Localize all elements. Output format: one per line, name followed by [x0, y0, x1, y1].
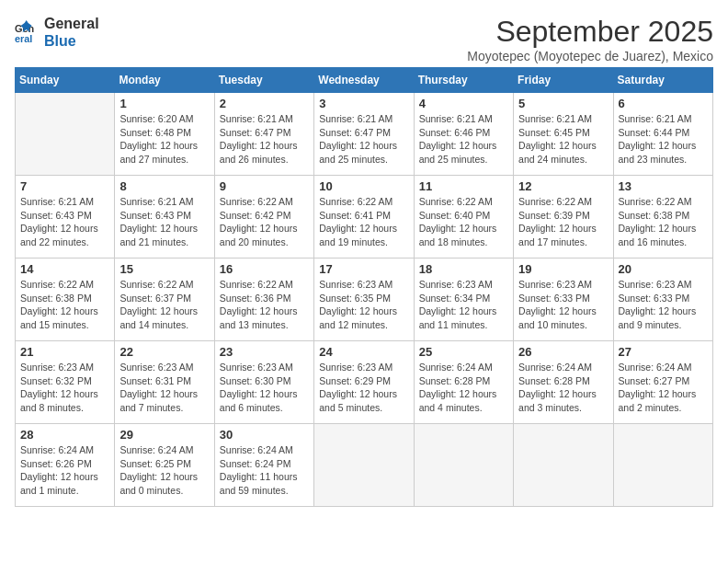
day-cell: 26Sunrise: 6:24 AM Sunset: 6:28 PM Dayli… [514, 341, 613, 424]
day-number: 18 [419, 262, 508, 276]
day-cell [514, 424, 613, 507]
day-cell: 24Sunrise: 6:23 AM Sunset: 6:29 PM Dayli… [314, 341, 414, 424]
title-area: September 2025 Moyotepec (Moyotepec de J… [467, 15, 713, 63]
calendar-table: SundayMondayTuesdayWednesdayThursdayFrid… [15, 67, 713, 507]
day-number: 13 [619, 179, 708, 193]
day-info: Sunrise: 6:22 AM Sunset: 6:40 PM Dayligh… [419, 195, 508, 249]
day-cell [16, 93, 115, 176]
day-info: Sunrise: 6:20 AM Sunset: 6:48 PM Dayligh… [119, 112, 209, 167]
day-number: 27 [619, 345, 708, 359]
day-number: 16 [220, 262, 309, 276]
day-info: Sunrise: 6:21 AM Sunset: 6:43 PM Dayligh… [20, 195, 109, 249]
weekday-saturday: Saturday [613, 68, 712, 93]
day-cell: 17Sunrise: 6:23 AM Sunset: 6:35 PM Dayli… [314, 259, 414, 341]
day-info: Sunrise: 6:21 AM Sunset: 6:47 PM Dayligh… [319, 112, 408, 167]
day-info: Sunrise: 6:22 AM Sunset: 6:41 PM Dayligh… [319, 195, 408, 249]
day-info: Sunrise: 6:23 AM Sunset: 6:30 PM Dayligh… [220, 361, 309, 415]
day-cell: 27Sunrise: 6:24 AM Sunset: 6:27 PM Dayli… [613, 341, 712, 424]
day-info: Sunrise: 6:24 AM Sunset: 6:26 PM Dayligh… [20, 443, 109, 498]
day-cell: 13Sunrise: 6:22 AM Sunset: 6:38 PM Dayli… [613, 176, 712, 259]
day-info: Sunrise: 6:21 AM Sunset: 6:47 PM Dayligh… [220, 112, 309, 167]
week-row-4: 21Sunrise: 6:23 AM Sunset: 6:32 PM Dayli… [16, 341, 713, 424]
day-number: 22 [119, 345, 209, 359]
day-cell: 12Sunrise: 6:22 AM Sunset: 6:39 PM Dayli… [514, 176, 613, 259]
day-number: 7 [20, 179, 109, 193]
day-info: Sunrise: 6:24 AM Sunset: 6:28 PM Dayligh… [419, 361, 508, 415]
day-cell [314, 424, 414, 507]
weekday-friday: Friday [514, 68, 613, 93]
day-number: 30 [220, 428, 309, 442]
day-number: 20 [619, 262, 708, 276]
day-cell: 29Sunrise: 6:24 AM Sunset: 6:25 PM Dayli… [115, 424, 214, 507]
weekday-header-row: SundayMondayTuesdayWednesdayThursdayFrid… [16, 68, 713, 93]
day-number: 1 [119, 97, 209, 110]
day-cell: 9Sunrise: 6:22 AM Sunset: 6:42 PM Daylig… [214, 176, 313, 259]
location-subtitle: Moyotepec (Moyotepec de Juarez), Mexico [467, 49, 713, 63]
day-info: Sunrise: 6:22 AM Sunset: 6:38 PM Dayligh… [20, 278, 109, 332]
day-number: 28 [20, 428, 109, 442]
logo: Gen eral General Blue [15, 15, 99, 50]
day-cell: 22Sunrise: 6:23 AM Sunset: 6:31 PM Dayli… [115, 341, 214, 424]
day-cell: 18Sunrise: 6:23 AM Sunset: 6:34 PM Dayli… [414, 259, 513, 341]
day-number: 17 [319, 262, 408, 276]
day-info: Sunrise: 6:21 AM Sunset: 6:43 PM Dayligh… [119, 195, 209, 249]
day-number: 23 [220, 345, 309, 359]
week-row-2: 7Sunrise: 6:21 AM Sunset: 6:43 PM Daylig… [16, 176, 713, 259]
weekday-thursday: Thursday [414, 68, 513, 93]
day-info: Sunrise: 6:23 AM Sunset: 6:35 PM Dayligh… [319, 278, 408, 332]
day-number: 25 [419, 345, 508, 359]
day-number: 10 [319, 179, 408, 193]
day-number: 8 [119, 179, 209, 193]
day-cell: 30Sunrise: 6:24 AM Sunset: 6:24 PM Dayli… [214, 424, 313, 507]
day-number: 9 [220, 179, 309, 193]
day-cell: 25Sunrise: 6:24 AM Sunset: 6:28 PM Dayli… [414, 341, 513, 424]
day-number: 6 [619, 97, 708, 110]
weekday-tuesday: Tuesday [214, 68, 313, 93]
day-cell: 28Sunrise: 6:24 AM Sunset: 6:26 PM Dayli… [16, 424, 115, 507]
weekday-sunday: Sunday [16, 68, 115, 93]
day-info: Sunrise: 6:21 AM Sunset: 6:46 PM Dayligh… [419, 112, 508, 167]
day-cell: 16Sunrise: 6:22 AM Sunset: 6:36 PM Dayli… [214, 259, 313, 341]
day-cell: 15Sunrise: 6:22 AM Sunset: 6:37 PM Dayli… [115, 259, 214, 341]
day-info: Sunrise: 6:23 AM Sunset: 6:33 PM Dayligh… [619, 278, 708, 332]
day-info: Sunrise: 6:22 AM Sunset: 6:36 PM Dayligh… [220, 278, 309, 332]
day-number: 29 [119, 428, 209, 442]
month-title: September 2025 [467, 15, 713, 49]
day-number: 3 [319, 97, 408, 110]
day-info: Sunrise: 6:23 AM Sunset: 6:33 PM Dayligh… [518, 278, 608, 332]
day-cell: 6Sunrise: 6:21 AM Sunset: 6:44 PM Daylig… [613, 93, 712, 176]
day-number: 24 [319, 345, 408, 359]
day-number: 14 [20, 262, 109, 276]
day-info: Sunrise: 6:23 AM Sunset: 6:31 PM Dayligh… [119, 361, 209, 415]
header: Gen eral General Blue September 2025 Moy… [15, 15, 713, 63]
day-info: Sunrise: 6:22 AM Sunset: 6:42 PM Dayligh… [220, 195, 309, 249]
day-cell: 21Sunrise: 6:23 AM Sunset: 6:32 PM Dayli… [16, 341, 115, 424]
day-info: Sunrise: 6:22 AM Sunset: 6:39 PM Dayligh… [518, 195, 608, 249]
day-cell: 10Sunrise: 6:22 AM Sunset: 6:41 PM Dayli… [314, 176, 414, 259]
day-number: 15 [119, 262, 209, 276]
week-row-3: 14Sunrise: 6:22 AM Sunset: 6:38 PM Dayli… [16, 259, 713, 341]
day-cell: 5Sunrise: 6:21 AM Sunset: 6:45 PM Daylig… [514, 93, 613, 176]
svg-text:eral: eral [15, 33, 32, 44]
week-row-5: 28Sunrise: 6:24 AM Sunset: 6:26 PM Dayli… [16, 424, 713, 507]
day-cell: 4Sunrise: 6:21 AM Sunset: 6:46 PM Daylig… [414, 93, 513, 176]
day-number: 19 [518, 262, 608, 276]
day-cell: 1Sunrise: 6:20 AM Sunset: 6:48 PM Daylig… [115, 93, 214, 176]
day-cell: 11Sunrise: 6:22 AM Sunset: 6:40 PM Dayli… [414, 176, 513, 259]
day-number: 11 [419, 179, 508, 193]
day-info: Sunrise: 6:23 AM Sunset: 6:29 PM Dayligh… [319, 361, 408, 415]
day-number: 4 [419, 97, 508, 110]
day-info: Sunrise: 6:22 AM Sunset: 6:38 PM Dayligh… [619, 195, 708, 249]
day-info: Sunrise: 6:21 AM Sunset: 6:45 PM Dayligh… [518, 112, 608, 167]
calendar-body: 1Sunrise: 6:20 AM Sunset: 6:48 PM Daylig… [16, 93, 713, 507]
day-cell [613, 424, 712, 507]
day-number: 2 [220, 97, 309, 110]
day-cell: 3Sunrise: 6:21 AM Sunset: 6:47 PM Daylig… [314, 93, 414, 176]
day-number: 26 [518, 345, 608, 359]
day-cell: 20Sunrise: 6:23 AM Sunset: 6:33 PM Dayli… [613, 259, 712, 341]
logo-line2: Blue [44, 32, 99, 50]
day-info: Sunrise: 6:24 AM Sunset: 6:28 PM Dayligh… [518, 361, 608, 415]
day-number: 5 [518, 97, 608, 110]
day-cell: 14Sunrise: 6:22 AM Sunset: 6:38 PM Dayli… [16, 259, 115, 341]
weekday-wednesday: Wednesday [314, 68, 414, 93]
